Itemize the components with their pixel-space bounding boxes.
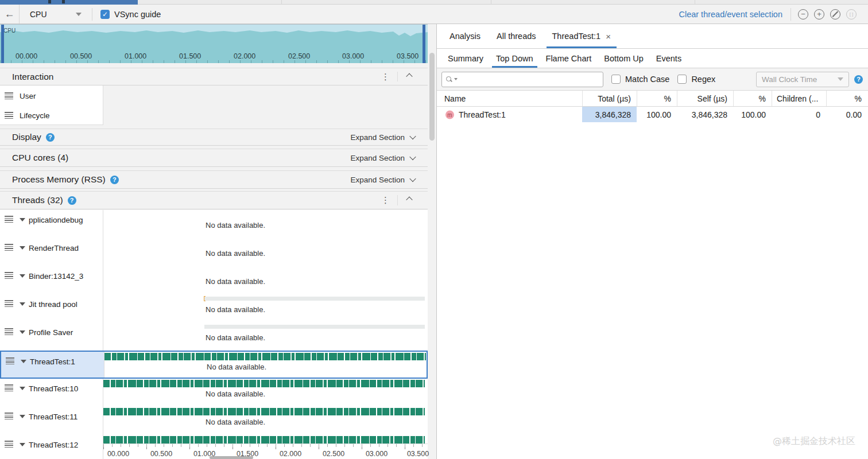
- back-arrow-icon[interactable]: ←: [0, 5, 20, 24]
- display-expand-button[interactable]: Expand Section: [350, 133, 415, 142]
- drag-handle-icon[interactable]: [5, 216, 13, 223]
- drag-handle-icon[interactable]: [5, 384, 13, 391]
- drag-handle-icon[interactable]: [5, 300, 13, 307]
- children-cell: 0: [772, 107, 826, 122]
- expand-triangle-icon[interactable]: [20, 246, 25, 250]
- vsync-guide-toggle[interactable]: ✓ VSync guide: [97, 10, 161, 19]
- analysis-tab-bar: Analysis All threads ThreadTest:1 ×: [437, 24, 868, 49]
- column-total-pct[interactable]: %: [637, 91, 677, 106]
- thread-track[interactable]: No data available.: [103, 407, 428, 435]
- thread-track[interactable]: No data available.: [103, 266, 428, 294]
- cpu-usage-chart[interactable]: CPU 00.000 00.500 01.000 01.500 02.000 0…: [0, 24, 428, 63]
- thread-row-threadtest-1[interactable]: ThreadTest:1 No data available.: [0, 351, 428, 379]
- thread-row-profile-saver[interactable]: Profile Saver No data available.: [0, 322, 428, 351]
- session-type-dropdown[interactable]: CPU: [20, 5, 87, 24]
- help-icon[interactable]: ?: [46, 133, 55, 142]
- thread-track[interactable]: No data available.: [103, 238, 428, 266]
- search-box[interactable]: [441, 72, 603, 87]
- column-children[interactable]: Children (...: [772, 91, 826, 106]
- thread-track[interactable]: No data available.: [103, 322, 428, 351]
- tab-all-threads[interactable]: All threads: [489, 24, 544, 48]
- process-memory-title: Process Memory (RSS): [12, 174, 106, 185]
- expand-triangle-icon[interactable]: [20, 443, 25, 446]
- table-row[interactable]: m ThreadTest:1 3,846,328 100.00 3,846,32…: [437, 107, 868, 122]
- column-name[interactable]: Name: [437, 91, 582, 106]
- match-case-checkbox[interactable]: [611, 75, 621, 84]
- kebab-menu-icon[interactable]: ⋮: [381, 72, 390, 82]
- interaction-row-lifecycle[interactable]: Lifecycle: [0, 106, 103, 125]
- thread-track[interactable]: No data available.: [103, 379, 428, 407]
- tab-threadtest-1[interactable]: ThreadTest:1 ×: [544, 24, 619, 48]
- tab-top-down[interactable]: Top Down: [490, 49, 539, 68]
- selection-handle-right[interactable]: [423, 25, 425, 63]
- expand-triangle-icon[interactable]: [21, 360, 26, 363]
- collapse-chevron-icon[interactable]: [407, 194, 412, 204]
- chevron-down-icon: [409, 176, 416, 182]
- vsync-guide-label: VSync guide: [114, 10, 161, 19]
- kebab-menu-icon[interactable]: ⋮: [381, 195, 390, 205]
- tab-summary[interactable]: Summary: [441, 49, 490, 68]
- zoom-out-icon[interactable]: −: [798, 9, 808, 20]
- expand-triangle-icon[interactable]: [20, 330, 25, 334]
- clear-selection-link[interactable]: Clear thread/event selection: [679, 10, 782, 19]
- tab-bottom-up[interactable]: Bottom Up: [598, 49, 650, 68]
- thread-track[interactable]: No data available.: [104, 352, 429, 378]
- thread-row-jit-thread-pool[interactable]: Jit thread pool No data available.: [0, 294, 428, 322]
- thread-track[interactable]: No data available.: [103, 294, 428, 322]
- drag-handle-icon[interactable]: [6, 357, 14, 364]
- activity-bar: [204, 325, 425, 329]
- vertical-scrollbar[interactable]: [429, 29, 435, 453]
- profiler-window: ← CPU ✓ VSync guide Clear thread/event s…: [0, 0, 868, 459]
- column-self[interactable]: Self (µs): [677, 91, 733, 106]
- close-icon[interactable]: ×: [606, 32, 611, 41]
- drag-handle-icon[interactable]: [5, 92, 13, 99]
- column-children-pct[interactable]: %: [826, 91, 867, 106]
- column-self-pct[interactable]: %: [733, 91, 772, 106]
- thread-row-threadtest-11[interactable]: ThreadTest:11 No data available.: [0, 407, 428, 435]
- chevron-down-icon: [76, 13, 82, 16]
- process-memory-expand-button[interactable]: Expand Section: [350, 176, 415, 184]
- thread-row-threadtest-10[interactable]: ThreadTest:10 No data available.: [0, 379, 428, 407]
- vsync-checkbox[interactable]: ✓: [100, 10, 110, 19]
- expand-triangle-icon[interactable]: [20, 274, 25, 278]
- match-case-toggle[interactable]: Match Case: [611, 75, 669, 84]
- tab-analysis[interactable]: Analysis: [441, 24, 489, 48]
- help-icon[interactable]: ?: [68, 196, 76, 205]
- thread-state-bar: [104, 353, 426, 360]
- expand-triangle-icon[interactable]: [20, 387, 25, 390]
- thread-state-bar: [103, 436, 425, 444]
- interaction-row-user[interactable]: User: [0, 86, 103, 106]
- zoom-in-icon[interactable]: +: [814, 9, 824, 20]
- help-icon[interactable]: ?: [110, 176, 119, 184]
- drag-handle-icon[interactable]: [5, 441, 13, 448]
- tab-flame-chart[interactable]: Flame Chart: [540, 49, 598, 68]
- search-options-chevron-icon[interactable]: [454, 78, 458, 80]
- drag-handle-icon[interactable]: [5, 272, 13, 279]
- tab-events[interactable]: Events: [650, 49, 688, 68]
- regex-checkbox[interactable]: [677, 75, 687, 84]
- chevron-down-icon: [409, 154, 416, 160]
- thread-row-pplicationdebug[interactable]: pplicationdebug No data available.: [0, 210, 428, 238]
- horizontal-scrollbar[interactable]: [210, 456, 253, 459]
- interaction-title: Interaction: [12, 72, 53, 82]
- cpu-cores-expand-button[interactable]: Expand Section: [350, 154, 415, 162]
- thread-row-binder[interactable]: Binder:13142_3 No data available.: [0, 266, 428, 294]
- help-icon[interactable]: ?: [854, 75, 863, 84]
- thread-track[interactable]: No data available.: [103, 210, 428, 238]
- drag-handle-icon[interactable]: [5, 328, 13, 335]
- selection-handle-left[interactable]: [1, 25, 4, 63]
- expand-triangle-icon[interactable]: [20, 218, 25, 221]
- drag-handle-icon[interactable]: [5, 244, 13, 251]
- drag-handle-icon[interactable]: [5, 413, 13, 419]
- column-total[interactable]: Total (µs): [582, 91, 637, 106]
- drag-handle-icon[interactable]: [5, 112, 13, 119]
- search-input[interactable]: [459, 72, 603, 87]
- total-pct-cell: 100.00: [637, 107, 677, 122]
- regex-toggle[interactable]: Regex: [677, 75, 715, 84]
- thread-row-renderthread[interactable]: RenderThread No data available.: [0, 238, 428, 266]
- reset-zoom-icon[interactable]: [830, 9, 840, 20]
- scrollbar-thumb[interactable]: [429, 53, 435, 141]
- collapse-chevron-icon[interactable]: [407, 71, 412, 81]
- expand-triangle-icon[interactable]: [20, 415, 25, 418]
- expand-triangle-icon[interactable]: [20, 302, 25, 306]
